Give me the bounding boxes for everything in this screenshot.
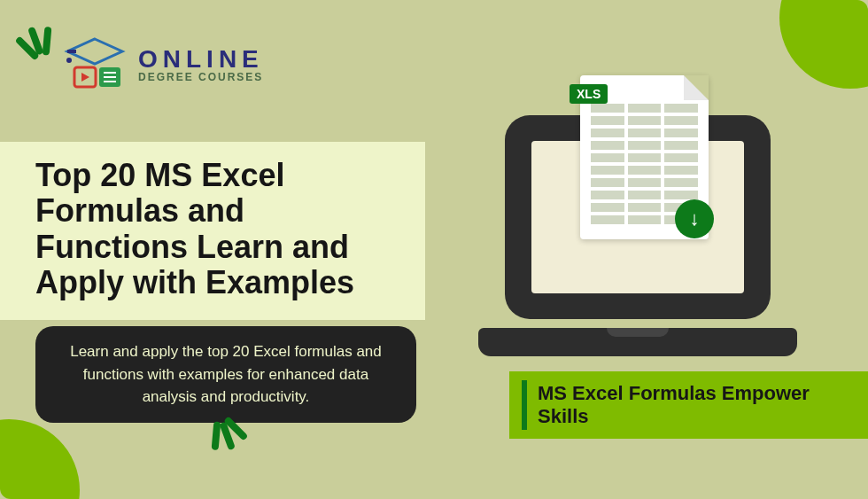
page-title: Top 20 MS Excel Formulas and Functions L… [35, 158, 402, 300]
laptop-illustration: XLS ↓ [478, 84, 806, 368]
download-arrow-glyph: ↓ [690, 207, 700, 230]
site-logo: ONLINE DEGREE COURSES [62, 37, 264, 92]
logo-subtitle: DEGREE COURSES [138, 72, 264, 82]
description-text: Learn and apply the top 20 Excel formula… [70, 343, 382, 405]
svg-rect-6 [104, 72, 116, 74]
logo-icon [62, 37, 128, 92]
logo-title: ONLINE [138, 47, 264, 72]
xls-badge: XLS [570, 84, 608, 104]
svg-point-2 [66, 58, 72, 63]
svg-rect-8 [104, 81, 116, 82]
spark-accent-top [13, 21, 59, 64]
description-panel: Learn and apply the top 20 Excel formula… [35, 326, 416, 423]
svg-rect-7 [104, 76, 116, 78]
svg-marker-4 [81, 73, 89, 82]
caption-text: MS Excel Formulas Empower Skills [538, 382, 852, 428]
svg-rect-1 [67, 50, 76, 53]
corner-circle-bottom [0, 419, 80, 499]
caption-bar: MS Excel Formulas Empower Skills [509, 371, 868, 439]
title-panel: Top 20 MS Excel Formulas and Functions L… [0, 142, 425, 320]
download-icon: ↓ [675, 199, 714, 238]
spreadsheet-icon: XLS ↓ [580, 75, 709, 239]
corner-circle-top [779, 0, 868, 89]
